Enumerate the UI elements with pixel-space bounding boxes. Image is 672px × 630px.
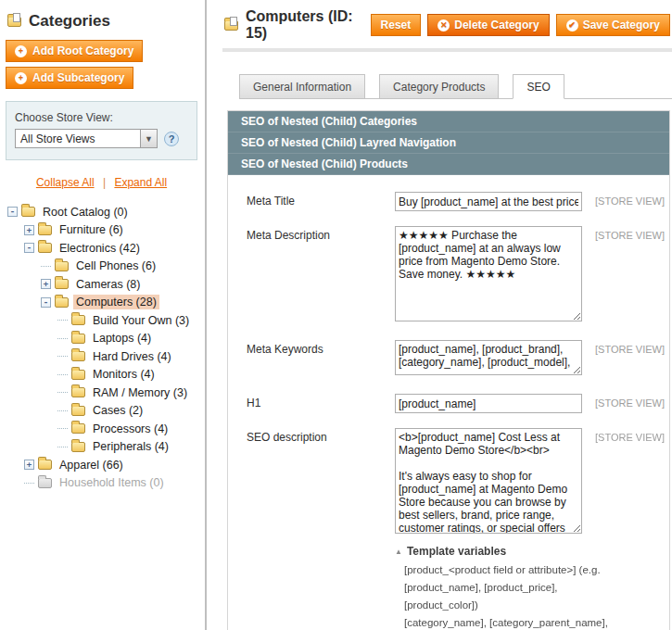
store-view-label: Choose Store View: [15,111,188,124]
tree-item-ram-memory-3[interactable]: RAM / Memory (3) [6,384,197,402]
plus-expander-icon[interactable]: + [24,460,34,470]
plus-expander-icon[interactable]: + [41,279,51,289]
reset-button[interactable]: Reset [371,14,422,36]
template-variables-lines: [product_<product field or attribute>] (… [395,561,608,630]
template-variables-header[interactable]: ▲ Template variables [395,545,608,558]
tree-connector [57,392,68,393]
tree-item-hard-drives-4[interactable]: Hard Drives (4) [6,347,197,366]
tree-item-processors-4[interactable]: Processors (4) [6,420,197,438]
chevron-down-icon: ▼ [140,130,157,147]
tree-item-cases-2[interactable]: Cases (2) [6,402,197,421]
tree-item-furniture-6[interactable]: +Furniture (6) [6,221,197,240]
delete-x-icon: ✕ [437,19,450,32]
category-folder-icon [224,20,238,31]
collapse-all-link[interactable]: Collapse All [36,176,95,189]
store-view-scope-label: [STORE VIEW] [595,226,665,241]
content-header: Computers (ID: 15) Reset ✕ Delete Catego… [222,0,672,42]
sidebar-title: Categories [29,12,110,31]
tree-item-label: RAM / Memory (3) [90,385,190,400]
folder-icon [71,334,85,344]
tree-item-electronics-42[interactable]: -Electronics (42) [6,239,197,258]
categories-sidebar: Categories + Add Root Category + Add Sub… [0,0,207,630]
tab-general-information[interactable]: General Information [239,74,365,99]
section-seo-child-categories[interactable]: SEO of Nested (Child) Categories [228,111,669,132]
tree-item-label: Furniture (6) [57,222,126,237]
meta-description-textarea[interactable]: ★★★★★ Purchase the [product_name] at an … [395,226,582,321]
template-variable-line: [product_<product field or attribute>] (… [395,561,608,579]
section-seo-child-layered-navigation[interactable]: SEO of Nested (Child) Layred Navigation [228,132,669,154]
minus-expander-icon[interactable]: - [41,297,51,308]
minus-expander-icon[interactable]: - [7,207,18,217]
tree-item-label: Monitors (4) [90,367,158,382]
save-category-button[interactable]: ✔ Save Category [556,14,670,36]
folder-icon [71,370,85,380]
page-title-row: Computers (ID: 15) [224,8,371,42]
collapse-triangle-icon: ▲ [395,548,402,556]
tree-connector [57,320,68,321]
link-separator: | [103,176,106,189]
h1-input[interactable] [395,394,582,413]
tree-item-label: Apparel (66) [57,458,126,472]
tree-item-household-items-0[interactable]: Household Items (0) [6,474,197,493]
sidebar-title-row: Categories [7,12,197,31]
folder-icon [21,207,35,217]
category-tree: -Root Catalog (0)+Furniture (6)-Electron… [6,203,197,492]
plus-icon: + [15,72,27,84]
tab-seo[interactable]: SEO [513,74,564,99]
tree-item-apparel-66[interactable]: +Apparel (66) [6,456,197,474]
tree-item-cameras-8[interactable]: +Cameras (8) [6,275,197,294]
tree-item-label: Electronics (42) [57,241,143,256]
minus-expander-icon[interactable]: - [24,243,34,253]
meta-description-row: Meta Description ★★★★★ Purchase the [pro… [247,226,660,325]
tree-item-label: Peripherals (4) [90,439,171,454]
folder-icon [71,351,85,361]
folder-icon [55,297,69,308]
meta-keywords-textarea[interactable]: [product_name], [product_brand], [catego… [395,340,582,375]
delete-category-button[interactable]: ✕ Delete Category [427,14,549,36]
expand-all-link[interactable]: Expand All [114,176,167,189]
page-title: Computers (ID: 15) [246,8,371,42]
tree-item-build-your-own-3[interactable]: Build Your Own (3) [6,311,197,330]
plus-icon: + [15,45,27,57]
folder-icon [55,279,69,289]
folder-icon [71,442,85,452]
folder-icon [71,315,85,325]
folder-icon [71,423,85,434]
h1-label: H1 [247,394,395,410]
tree-item-monitors-4[interactable]: Monitors (4) [6,366,197,384]
meta-description-label: Meta Description [247,226,395,242]
add-subcategory-button[interactable]: + Add Subcategory [6,67,133,89]
template-variable-line: [product_name], [product_price], [395,579,608,597]
add-root-category-button[interactable]: + Add Root Category [6,40,143,62]
tree-item-label: Processors (4) [90,422,171,436]
tree-item-label: Cell Phones (6) [73,258,158,273]
meta-keywords-label: Meta Keywords [247,340,395,356]
tree-item-label: Cases (2) [90,403,146,418]
tab-category-products[interactable]: Category Products [379,74,499,99]
tree-item-root-catalog-0[interactable]: -Root Catalog (0) [6,203,197,221]
meta-title-input[interactable] [395,192,582,211]
meta-keywords-row: Meta Keywords [product_name], [product_b… [247,340,660,379]
tab-bar: General Information Category Products SE… [239,74,672,99]
tree-item-laptops-4[interactable]: Laptops (4) [6,330,197,348]
seo-description-row: SEO description <b>[product_name] Cost L… [247,428,660,537]
tree-item-label: Root Catalog (0) [40,205,131,220]
meta-title-row: Meta Title [STORE VIEW] [247,192,660,211]
help-icon[interactable]: ? [164,132,179,146]
tree-connector [57,428,68,429]
section-seo-child-products[interactable]: SEO of Nested (Child) Products [228,154,669,175]
tree-item-label: Build Your Own (3) [90,313,192,328]
tree-item-label: Cameras (8) [73,277,143,292]
store-view-select[interactable]: All Store Views ▼ [15,129,158,148]
template-variables-block: ▲ Template variables [product_<product f… [395,545,608,630]
tree-item-computers-28[interactable]: -Computers (28) [6,294,197,312]
folder-icon [38,478,52,488]
tree-item-peripherals-4[interactable]: Peripherals (4) [6,438,197,457]
tree-item-label: Hard Drives (4) [90,349,174,364]
folder-icon [38,243,52,253]
check-icon: ✔ [566,19,578,32]
tree-item-cell-phones-6[interactable]: Cell Phones (6) [6,258,197,276]
seo-description-textarea[interactable]: <b>[product_name] Cost Less at Magento D… [395,428,582,534]
tree-connector [57,356,68,357]
plus-expander-icon[interactable]: + [24,225,34,235]
